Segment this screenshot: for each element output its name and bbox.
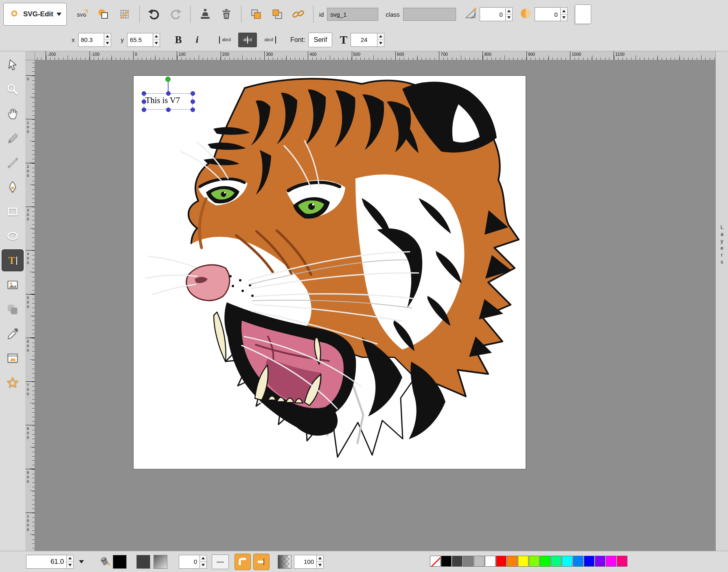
y-spinner[interactable] xyxy=(153,33,160,47)
palette-swatch[interactable] xyxy=(529,556,539,567)
color-palette xyxy=(430,556,628,567)
rotate-handle[interactable] xyxy=(165,77,171,82)
tool-eyedropper[interactable] xyxy=(2,323,24,345)
stroke-style-swatch[interactable] xyxy=(153,555,167,569)
selection-handle-ne[interactable] xyxy=(191,91,195,96)
ruler-label: 900 xyxy=(26,469,35,484)
id-input[interactable] xyxy=(327,8,378,21)
palette-swatch[interactable] xyxy=(474,556,485,567)
canvas-scroll-area[interactable]: This is V7 xyxy=(35,60,715,551)
wireframe-toggle-button[interactable] xyxy=(94,5,112,23)
palette-swatch[interactable] xyxy=(540,556,550,567)
clone-stamp-button[interactable] xyxy=(196,5,214,23)
palette-swatch[interactable] xyxy=(452,556,463,567)
undo-button[interactable] xyxy=(145,5,163,23)
ruler-label: 800 xyxy=(26,425,35,440)
selection-handle-e[interactable] xyxy=(191,99,195,104)
stroke-width-input[interactable] xyxy=(179,555,200,569)
fill-color-swatch[interactable] xyxy=(113,555,127,569)
palette-swatch[interactable] xyxy=(463,556,474,567)
opacity-input[interactable] xyxy=(294,555,317,569)
selection-handle-sw[interactable] xyxy=(142,108,146,112)
tool-zoom[interactable] xyxy=(2,78,24,100)
tool-star[interactable] xyxy=(2,372,24,394)
zoom-input[interactable] xyxy=(26,555,67,569)
redo-button[interactable] xyxy=(167,5,184,23)
x-spinner[interactable] xyxy=(104,33,111,47)
tool-pencil[interactable] xyxy=(2,127,24,149)
svg-edit-logo-icon xyxy=(9,8,20,21)
stroke-linecap-button[interactable] xyxy=(253,554,270,570)
palette-swatch[interactable] xyxy=(551,556,561,567)
palette-swatch[interactable] xyxy=(430,556,441,567)
palette-swatch[interactable] xyxy=(518,556,528,567)
selection-handle-se[interactable] xyxy=(191,108,195,112)
tool-shapes[interactable] xyxy=(2,298,24,320)
tool-line[interactable] xyxy=(2,152,24,174)
palette-swatch[interactable] xyxy=(485,556,496,567)
palette-swatch[interactable] xyxy=(584,556,594,567)
palette-swatch[interactable] xyxy=(562,556,572,567)
font-family-button[interactable]: Serif xyxy=(308,33,332,47)
grid-settings-button[interactable] xyxy=(116,5,134,23)
tool-path[interactable] xyxy=(2,176,24,198)
tool-image[interactable] xyxy=(2,274,24,296)
zoom-dropdown-button[interactable] xyxy=(74,554,89,570)
angle-spinner[interactable] xyxy=(506,7,513,21)
toolbar-separator xyxy=(241,6,241,23)
editor-background-swatch[interactable] xyxy=(575,4,591,24)
blur-spinner[interactable] xyxy=(561,7,568,21)
palette-swatch[interactable] xyxy=(606,556,616,567)
palette-swatch[interactable] xyxy=(595,556,605,567)
class-input[interactable] xyxy=(403,8,456,21)
blur-input[interactable] xyxy=(535,7,561,21)
font-size-input[interactable] xyxy=(351,33,377,47)
angle-icon xyxy=(464,7,476,21)
text-anchor-start-button[interactable]: abcd xyxy=(217,33,236,47)
zoom-spinner[interactable] xyxy=(67,555,74,569)
palette-swatch[interactable] xyxy=(507,556,517,567)
source-editor-button[interactable]: SVG xyxy=(73,5,91,23)
stroke-dash-select[interactable]: — xyxy=(212,554,229,569)
tiger-artwork[interactable] xyxy=(134,76,526,469)
layers-panel-title: Layers xyxy=(719,224,725,266)
tool-rect[interactable] xyxy=(2,200,24,222)
delete-button[interactable] xyxy=(217,5,235,23)
tool-pan[interactable] xyxy=(2,103,24,125)
italic-button[interactable]: i xyxy=(189,32,205,48)
palette-swatch[interactable] xyxy=(441,556,452,567)
stroke-linejoin-button[interactable] xyxy=(235,554,251,570)
palette-swatch[interactable] xyxy=(573,556,583,567)
selection-handle-nw[interactable] xyxy=(142,91,146,96)
palette-swatch[interactable] xyxy=(617,556,627,567)
id-label: id xyxy=(319,11,324,18)
tool-select[interactable] xyxy=(2,54,24,76)
main-toolbar: SVG-Edit SVG xyxy=(0,0,728,29)
tools-palette: T xyxy=(0,51,25,551)
x-input[interactable] xyxy=(78,33,104,47)
angle-input[interactable] xyxy=(480,7,506,21)
y-input[interactable] xyxy=(127,33,153,47)
svg-canvas[interactable]: This is V7 xyxy=(133,75,526,469)
selection-handle-n[interactable] xyxy=(166,91,171,96)
font-size-spinner[interactable] xyxy=(377,33,384,47)
link-button[interactable] xyxy=(289,5,307,23)
selection-handle-w[interactable] xyxy=(142,99,146,104)
tool-ellipse[interactable] xyxy=(2,225,24,247)
main-menu-button[interactable]: SVG-Edit xyxy=(3,3,67,26)
tool-library[interactable] xyxy=(2,347,24,369)
selection-handle-s[interactable] xyxy=(166,108,171,112)
ruler-label: 300 xyxy=(264,51,273,60)
layers-panel-tab[interactable]: Layers xyxy=(715,51,728,551)
move-to-top-button[interactable] xyxy=(268,5,286,23)
tool-text[interactable]: T xyxy=(2,249,24,271)
palette-swatch[interactable] xyxy=(496,556,507,567)
svg-text:T: T xyxy=(8,255,15,266)
text-anchor-end-button[interactable]: abcd xyxy=(259,33,278,47)
text-anchor-middle-button[interactable]: abcd xyxy=(238,33,257,47)
opacity-spinner[interactable] xyxy=(317,555,324,569)
stroke-width-spinner[interactable] xyxy=(200,555,207,569)
move-to-bottom-button[interactable] xyxy=(247,5,265,23)
stroke-color-swatch[interactable] xyxy=(136,555,150,569)
bold-button[interactable]: B xyxy=(171,32,186,48)
